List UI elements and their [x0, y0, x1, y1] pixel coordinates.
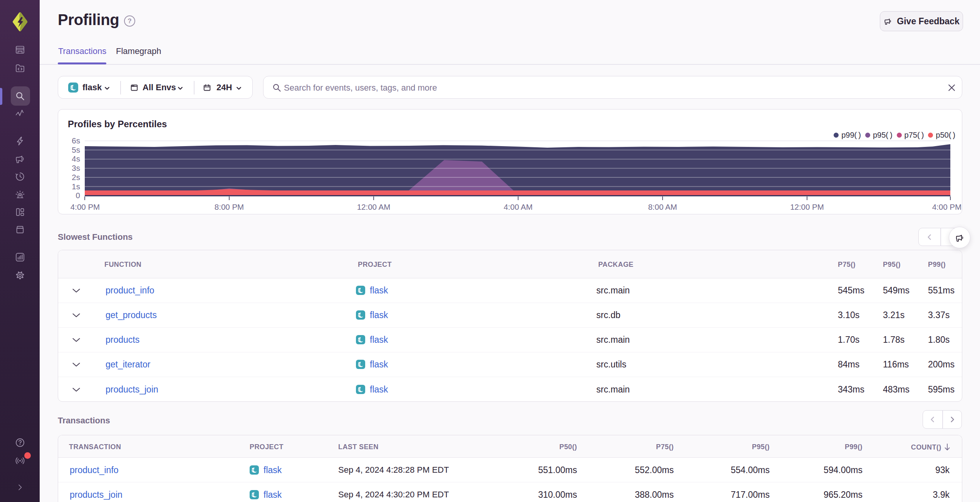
svg-text:4s: 4s [72, 154, 80, 163]
svg-text:4:00 AM: 4:00 AM [503, 202, 532, 211]
svg-text:0: 0 [76, 191, 80, 200]
svg-text:4:00 PM: 4:00 PM [70, 202, 100, 211]
svg-text:12:00 PM: 12:00 PM [790, 202, 824, 211]
svg-text:5s: 5s [72, 145, 80, 154]
svg-text:12:00 AM: 12:00 AM [357, 202, 391, 211]
svg-text:4:00 PM: 4:00 PM [932, 202, 962, 211]
svg-text:8:00 PM: 8:00 PM [215, 202, 244, 211]
svg-text:2s: 2s [72, 173, 80, 182]
svg-text:6s: 6s [72, 136, 80, 145]
svg-text:3s: 3s [72, 163, 80, 172]
svg-text:1s: 1s [72, 182, 80, 191]
svg-text:8:00 AM: 8:00 AM [648, 202, 677, 211]
